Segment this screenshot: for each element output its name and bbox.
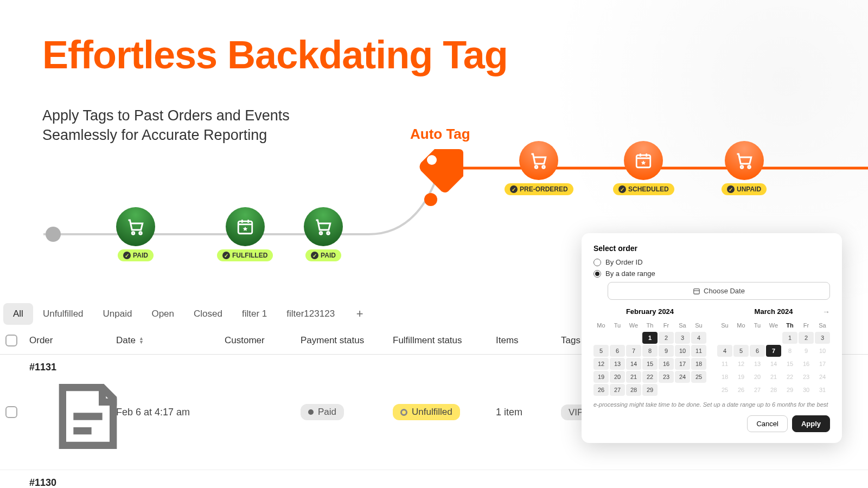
th-items[interactable]: Items — [496, 335, 561, 346]
tab-unfulfilled[interactable]: Unfulfilled — [33, 303, 93, 325]
apply-button[interactable]: Apply — [792, 415, 830, 432]
row-checkbox[interactable] — [5, 406, 17, 418]
cal-day[interactable]: 28 — [626, 384, 641, 396]
cal-day[interactable]: 26 — [733, 384, 749, 396]
cal-day[interactable]: 12 — [733, 358, 749, 370]
hero-title: Effortless Backdating Tag — [42, 33, 508, 77]
th-customer[interactable]: Customer — [225, 335, 301, 346]
cal-day[interactable]: 27 — [610, 384, 625, 396]
th-fulfillment[interactable]: Fulfillment status — [393, 335, 496, 346]
cal-day[interactable]: 10 — [815, 345, 830, 357]
cal-day[interactable]: 17 — [815, 358, 830, 370]
cal-day[interactable]: 9 — [799, 345, 814, 357]
th-date[interactable]: Date ▲▼ — [116, 335, 225, 346]
radio-by-date-range[interactable]: By a date range — [593, 269, 830, 278]
cal-day[interactable]: 21 — [766, 371, 781, 383]
note-icon[interactable] — [44, 451, 131, 462]
radio-label: By a date range — [605, 269, 655, 278]
cal-day[interactable]: 18 — [717, 371, 732, 383]
choose-date-button[interactable]: Choose Date — [608, 282, 830, 300]
tab-open[interactable]: Open — [142, 303, 184, 325]
cal-day[interactable]: 4 — [717, 345, 732, 357]
sort-icon: ▲▼ — [139, 337, 144, 344]
cal-day[interactable]: 6 — [610, 345, 625, 357]
cal-day[interactable]: 5 — [593, 345, 609, 357]
cal-day[interactable]: 8 — [642, 345, 658, 357]
cart-icon — [519, 141, 558, 180]
cal-day[interactable]: 7 — [766, 345, 781, 357]
cal-day[interactable]: 7 — [626, 345, 641, 357]
tab-closed[interactable]: Closed — [184, 303, 232, 325]
cal-day[interactable]: 31 — [815, 384, 830, 396]
cal-day[interactable]: 29 — [782, 384, 797, 396]
cal-day[interactable]: 18 — [691, 358, 706, 370]
cal-day[interactable]: 16 — [659, 358, 674, 370]
add-filter-icon[interactable]: + — [351, 305, 368, 323]
th-order[interactable]: Order — [29, 335, 116, 346]
cal-day[interactable]: 8 — [782, 345, 797, 357]
th-payment[interactable]: Payment status — [301, 335, 393, 346]
cal-day[interactable]: 23 — [659, 371, 674, 383]
cal-day[interactable]: 25 — [717, 384, 732, 396]
tab-filter123123[interactable]: filter123123 — [277, 303, 344, 325]
cal-day[interactable]: 24 — [675, 371, 690, 383]
cal-day[interactable]: 14 — [626, 358, 641, 370]
cal-day[interactable]: 4 — [691, 332, 706, 344]
cal-day[interactable]: 27 — [750, 384, 765, 396]
tab-filter-1[interactable]: filter 1 — [232, 303, 277, 325]
cal-day[interactable]: 21 — [626, 371, 641, 383]
cal-day[interactable]: 12 — [593, 358, 609, 370]
svg-rect-30 — [694, 288, 700, 294]
cal-day[interactable]: 17 — [675, 358, 690, 370]
radio-icon — [593, 259, 601, 266]
cal-day[interactable]: 2 — [799, 332, 814, 344]
cal-day[interactable]: 19 — [733, 371, 749, 383]
svg-point-5 — [139, 232, 142, 235]
radio-by-order-id[interactable]: By Order ID — [593, 258, 830, 266]
cal-day[interactable]: 13 — [750, 358, 765, 370]
cal-day[interactable]: 30 — [799, 384, 814, 396]
cal-day[interactable]: 15 — [642, 358, 658, 370]
cal-day[interactable]: 9 — [659, 345, 674, 357]
cal-day[interactable]: 3 — [815, 332, 830, 344]
svg-point-3 — [427, 155, 437, 165]
cal-day[interactable]: 24 — [815, 371, 830, 383]
table-row[interactable]: #1130Feb 6 at 3:40 amPaidUnfulfilled1 it… — [0, 470, 868, 488]
cal-day[interactable]: 29 — [642, 384, 658, 396]
cal-day[interactable]: 1 — [642, 332, 658, 344]
cal-day[interactable]: 15 — [782, 358, 797, 370]
cal-day[interactable]: 3 — [675, 332, 690, 344]
cal-day[interactable]: 11 — [717, 358, 732, 370]
cal-day[interactable]: 26 — [593, 384, 609, 396]
cal-day[interactable]: 5 — [733, 345, 749, 357]
select-all-checkbox[interactable] — [5, 335, 17, 346]
cancel-button[interactable]: Cancel — [747, 415, 787, 432]
cal-day[interactable]: 11 — [691, 345, 706, 357]
cal-day[interactable]: 20 — [610, 371, 625, 383]
tab-unpaid[interactable]: Unpaid — [93, 303, 142, 325]
cal-day[interactable]: 1 — [782, 332, 797, 344]
cal-day[interactable]: 22 — [782, 371, 797, 383]
cal-day-header: Tu — [750, 320, 765, 331]
cal-day[interactable]: 14 — [766, 358, 781, 370]
cal-day-header: Th — [642, 320, 658, 331]
svg-point-1 — [46, 227, 61, 242]
hero-sub-line1: Apply Tags to Past Orders and Events — [42, 106, 290, 125]
cal-day[interactable]: 16 — [799, 358, 814, 370]
cal-day[interactable]: 13 — [610, 358, 625, 370]
cal-day[interactable]: 2 — [659, 332, 674, 344]
payment-status-pill: Paid — [301, 404, 344, 420]
tab-all[interactable]: All — [3, 303, 33, 325]
cal-day[interactable]: 22 — [642, 371, 658, 383]
cal-day[interactable]: 6 — [750, 345, 765, 357]
cal-day[interactable]: 20 — [750, 371, 765, 383]
cal-day[interactable]: 23 — [799, 371, 814, 383]
cart-icon — [725, 141, 764, 180]
cal-day[interactable]: 19 — [593, 371, 609, 383]
cal-day[interactable]: 10 — [675, 345, 690, 357]
radio-label: By Order ID — [605, 258, 643, 266]
calendar-next-icon[interactable]: → — [822, 307, 830, 316]
cal-day[interactable]: 28 — [766, 384, 781, 396]
cal-day[interactable]: 25 — [691, 371, 706, 383]
calendar-icon — [693, 287, 700, 295]
